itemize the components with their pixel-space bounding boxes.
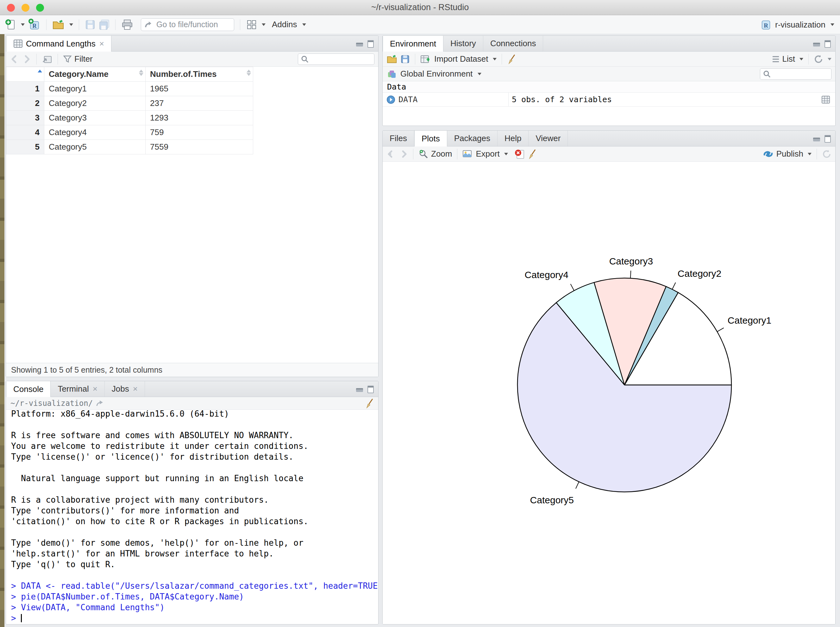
zoom-window-icon[interactable]	[36, 4, 44, 12]
console-output-line: You are welcome to redistribute it under…	[11, 441, 373, 451]
clear-environment-icon[interactable]	[507, 54, 516, 64]
addins-button[interactable]: Addins	[272, 20, 297, 30]
save-button[interactable]	[85, 19, 96, 30]
zoom-plot-button[interactable]: Zoom	[431, 149, 452, 159]
object-name: DATA	[398, 95, 417, 104]
project-menu-button[interactable]: R r-visualization	[760, 15, 834, 34]
import-dataset-caret[interactable]	[493, 58, 497, 60]
minimize-pane-icon[interactable]	[356, 386, 364, 392]
sort-down-icon[interactable]	[139, 73, 144, 76]
column-header[interactable]: Number.of.Times	[145, 67, 253, 82]
tab-history[interactable]: History	[444, 36, 483, 51]
print-button[interactable]	[121, 19, 133, 30]
save-workspace-icon[interactable]	[400, 54, 410, 64]
export-plot-button[interactable]: Export	[476, 149, 499, 159]
tab-files[interactable]: Files	[383, 131, 414, 146]
table-search-input[interactable]	[298, 54, 374, 65]
new-project-button[interactable]: R	[28, 18, 41, 31]
environment-scope-button[interactable]: Global Environment	[400, 69, 472, 79]
close-tab-icon[interactable]: ×	[133, 384, 138, 394]
refresh-options-caret[interactable]	[827, 58, 831, 60]
new-file-button[interactable]	[5, 19, 25, 30]
category-name-cell: Category4	[44, 125, 145, 140]
tab-label: Viewer	[535, 134, 561, 143]
back-icon[interactable]	[10, 54, 19, 64]
clear-all-plots-icon[interactable]	[527, 149, 537, 159]
table-row[interactable]: 4Category4759	[6, 125, 378, 140]
data-viewer-tabstrip: Command Lengths ×	[6, 36, 378, 52]
forward-icon[interactable]	[22, 54, 32, 64]
tab-viewer[interactable]: Viewer	[529, 131, 568, 146]
console-output-line: Type 'demo()' for some demos, 'help()' f…	[11, 537, 373, 548]
new-file-menu-caret[interactable]	[21, 24, 25, 26]
open-recent-caret[interactable]	[69, 24, 73, 26]
sort-up-icon[interactable]	[246, 69, 251, 72]
close-tab-icon[interactable]: ×	[93, 384, 98, 394]
goto-file-placeholder: Go to file/function	[156, 20, 218, 29]
environment-object-row[interactable]: DATA5 obs. of 2 variables	[383, 93, 835, 107]
table-row[interactable]: 3Category31293	[6, 111, 378, 125]
sort-down-icon[interactable]	[246, 73, 251, 76]
publish-caret[interactable]	[808, 153, 812, 155]
plots-tabstrip: FilesPlotsPackagesHelpViewer	[383, 131, 835, 147]
table-row[interactable]: 1Category11965	[6, 82, 378, 96]
tab-help[interactable]: Help	[497, 131, 529, 146]
environment-scope-caret[interactable]	[478, 73, 482, 75]
tab-terminal[interactable]: Terminal×	[51, 381, 104, 397]
tab-plots[interactable]: Plots	[414, 131, 447, 147]
environment-search-input[interactable]	[760, 68, 831, 80]
export-plot-caret[interactable]	[504, 153, 508, 155]
open-in-new-window-icon[interactable]	[42, 54, 52, 64]
minimize-window-icon[interactable]	[22, 4, 30, 12]
row-number-header[interactable]	[6, 67, 44, 82]
maximize-pane-icon[interactable]	[824, 40, 831, 48]
maximize-pane-icon[interactable]	[368, 40, 374, 48]
tab-command-lengths[interactable]: Command Lengths ×	[6, 36, 111, 52]
publish-button[interactable]: Publish	[776, 149, 803, 159]
pane-layout-caret[interactable]	[262, 24, 265, 26]
pane-layout-button[interactable]	[246, 19, 265, 30]
clear-console-icon[interactable]	[365, 398, 374, 408]
console-output[interactable]: Platform: x86_64-apple-darwin15.6.0 (64-…	[6, 410, 378, 624]
expand-object-icon[interactable]	[387, 95, 395, 104]
minimize-pane-icon[interactable]	[356, 40, 364, 47]
previous-plot-icon[interactable]	[387, 149, 396, 159]
zoom-plot-icon	[418, 149, 429, 159]
refresh-icon[interactable]	[814, 54, 823, 64]
refresh-plot-icon[interactable]	[822, 149, 831, 159]
addins-caret[interactable]	[302, 24, 306, 26]
column-header[interactable]: Category.Name	[44, 67, 145, 82]
view-table-icon[interactable]	[821, 95, 830, 104]
project-menu-caret[interactable]	[831, 24, 834, 26]
open-directory-icon[interactable]	[96, 400, 104, 407]
load-workspace-icon[interactable]	[387, 54, 398, 64]
maximize-pane-icon[interactable]	[824, 135, 831, 143]
open-file-button[interactable]	[52, 19, 73, 30]
plots-panel: FilesPlotsPackagesHelpViewer Zoom Export	[382, 130, 835, 624]
close-window-icon[interactable]	[7, 4, 15, 12]
list-view-button[interactable]: List	[782, 54, 795, 64]
goto-file-input[interactable]: Go to file/function	[141, 18, 234, 31]
table-row[interactable]: 5Category57559	[6, 140, 378, 154]
save-all-button[interactable]	[99, 19, 109, 30]
import-dataset-button[interactable]: Import Dataset	[434, 54, 488, 64]
tab-console[interactable]: Console	[6, 381, 51, 397]
tab-environment[interactable]: Environment	[383, 36, 444, 52]
minimize-pane-icon[interactable]	[813, 40, 821, 47]
remove-plot-icon[interactable]	[514, 149, 525, 159]
console-prompt[interactable]: >	[11, 613, 373, 624]
tab-jobs[interactable]: Jobs×	[105, 381, 145, 397]
tab-packages[interactable]: Packages	[447, 131, 497, 146]
window-title: ~/r-visualization - RStudio	[0, 3, 840, 13]
filter-button[interactable]: Filter	[74, 54, 93, 64]
table-row[interactable]: 2Category2237	[6, 96, 378, 111]
next-plot-icon[interactable]	[398, 149, 408, 159]
list-view-caret[interactable]	[799, 58, 803, 60]
console-output-line: R is a collaborative project with many c…	[11, 495, 373, 505]
minimize-pane-icon[interactable]	[813, 135, 821, 142]
tab-connections[interactable]: Connections	[483, 36, 543, 51]
sort-up-icon[interactable]	[139, 69, 144, 72]
export-plot-icon	[463, 149, 473, 159]
maximize-pane-icon[interactable]	[368, 386, 374, 393]
close-tab-icon[interactable]: ×	[99, 39, 104, 49]
